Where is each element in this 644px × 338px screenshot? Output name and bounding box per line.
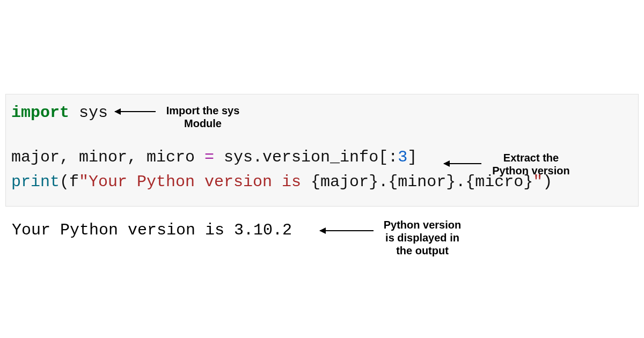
code-text: major, minor, micro (11, 148, 204, 166)
annotation-text: Module (184, 117, 222, 129)
annotation-output: Python version is displayed in the outpu… (377, 218, 468, 257)
code-text: (f (60, 173, 79, 191)
arrow-left-icon (115, 111, 156, 112)
code-block: import sys major, minor, micro = sys.ver… (5, 94, 639, 207)
number-literal: 3 (398, 148, 407, 166)
annotation-text: Python version (492, 165, 569, 177)
annotation-text: Extract the (503, 152, 559, 164)
code-text: ] (407, 148, 417, 166)
code-text: sys (69, 104, 108, 122)
annotation-text: Import the sys (166, 105, 240, 116)
annotation-text: the output (396, 245, 449, 256)
code-line-1: import sys (11, 102, 633, 124)
annotation-import: Import the sys Module (160, 104, 246, 130)
annotation-text: Python version (384, 219, 461, 231)
arrow-left-icon (320, 230, 374, 231)
annotation-extract: Extract the Python version (484, 151, 578, 177)
operator-equals: = (204, 148, 214, 166)
code-text: sys.version_info[: (214, 148, 398, 166)
string-literal: "Your Python version is (79, 173, 311, 191)
arrow-left-icon (444, 163, 481, 164)
annotation-text: is displayed in (385, 232, 459, 244)
function-print: print (11, 173, 60, 191)
output-line: Your Python version is 3.10.2 (12, 221, 292, 239)
keyword-import: import (11, 104, 69, 122)
